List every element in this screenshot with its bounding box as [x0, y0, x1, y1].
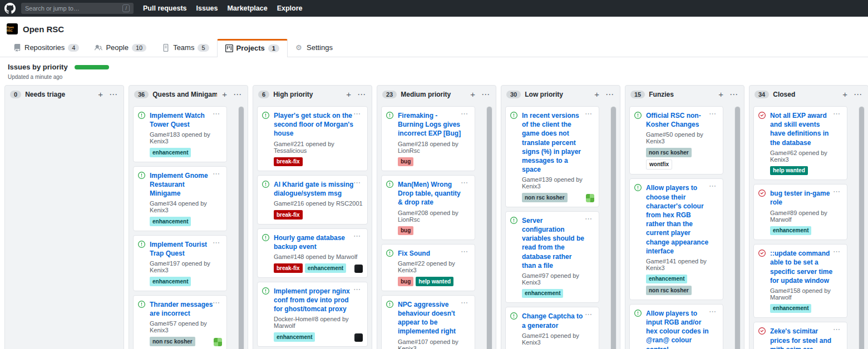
search-input[interactable]: Search or jump to… /	[21, 3, 134, 14]
tab-settings[interactable]: ⚙ Settings	[288, 39, 341, 57]
nav-link-pull-requests[interactable]: Pull requests	[143, 4, 187, 12]
issue-card[interactable]: Official RSC non-Kosher Changes⋯Game#50 …	[629, 106, 723, 174]
org-avatar[interactable]: Open RSC	[7, 23, 18, 34]
issue-title[interactable]: ::update command able to be set a specif…	[770, 249, 835, 285]
tab-projects[interactable]: Projects 1	[217, 39, 288, 57]
issue-title[interactable]: Hourly game database backup event	[274, 233, 356, 251]
column-menu-button[interactable]: ⋯	[604, 90, 615, 98]
card-menu-button[interactable]: ⋯	[830, 325, 844, 333]
card-menu-button[interactable]: ⋯	[581, 109, 595, 118]
tab-people[interactable]: People 10	[87, 39, 154, 57]
column-scrollbar[interactable]	[238, 106, 244, 349]
column-menu-button[interactable]: ⋯	[356, 90, 367, 98]
scrollbar-thumb[interactable]	[239, 107, 244, 349]
issue-card[interactable]: Fix Sound⋯Game#22 opened by Kenix3bughel…	[381, 244, 475, 291]
add-card-button[interactable]: +	[717, 90, 724, 98]
card-menu-button[interactable]: ⋯	[706, 109, 719, 118]
issue-title[interactable]: bug tester in-game role	[770, 189, 835, 207]
issue-card[interactable]: Implement Watch Tower Quest⋯Game#183 ope…	[133, 106, 227, 162]
issue-card[interactable]: Man(Men) Wrong Drop table, quantity & dr…	[381, 175, 475, 240]
issue-card[interactable]: Implement Gnome Restaurant Minigame⋯Game…	[133, 166, 227, 231]
issue-card[interactable]: Zeke's scimitar prices for steel and mit…	[753, 322, 847, 349]
issue-card[interactable]: Player's get stuck on the second floor o…	[257, 106, 368, 171]
card-menu-button[interactable]: ⋯	[209, 169, 223, 178]
column-scrollbar[interactable]	[734, 106, 741, 349]
add-card-button[interactable]: +	[841, 90, 849, 98]
add-card-button[interactable]: +	[469, 90, 476, 98]
card-menu-button[interactable]: ⋯	[350, 232, 364, 240]
tab-teams[interactable]: Teams 5	[154, 39, 216, 57]
nav-link-issues[interactable]: Issues	[196, 4, 218, 12]
column-scrollbar[interactable]	[859, 106, 865, 349]
card-menu-button[interactable]: ⋯	[209, 109, 223, 118]
github-logo-icon[interactable]	[4, 3, 16, 14]
issue-card[interactable]: Implement proper nginx conf from dev int…	[257, 282, 368, 347]
issue-title[interactable]: Implement Tourist Trap Quest	[150, 240, 215, 258]
column-menu-button[interactable]: ⋯	[480, 90, 491, 98]
issue-title[interactable]: Server configuration variables should be…	[522, 216, 587, 270]
add-card-button[interactable]: +	[221, 90, 228, 98]
card-menu-button[interactable]: ⋯	[830, 109, 844, 118]
card-menu-button[interactable]: ⋯	[830, 187, 844, 196]
issue-card[interactable]: Hourly game database backup event⋯Game#1…	[257, 228, 368, 278]
card-menu-button[interactable]: ⋯	[457, 109, 471, 118]
column-menu-button[interactable]: ⋯	[232, 90, 243, 98]
issue-card[interactable]: Not all EXP award and skill events have …	[753, 106, 847, 180]
scrollbar-thumb[interactable]	[859, 107, 864, 349]
issue-title[interactable]: Implement proper nginx conf from dev int…	[274, 287, 356, 314]
issue-title[interactable]: Player's get stuck on the second floor o…	[274, 111, 356, 138]
issue-card[interactable]: Thrander messages are incorrect⋯Game#57 …	[133, 295, 227, 349]
card-menu-button[interactable]: ⋯	[581, 215, 595, 223]
issue-title[interactable]: Man(Men) Wrong Drop table, quantity & dr…	[398, 180, 463, 207]
add-card-button[interactable]: +	[345, 90, 352, 98]
issue-title[interactable]: Implement Gnome Restaurant Minigame	[150, 171, 215, 198]
card-menu-button[interactable]: ⋯	[209, 298, 223, 307]
nav-link-marketplace[interactable]: Marketplace	[227, 4, 267, 12]
issue-title[interactable]: Official RSC non-Kosher Changes	[646, 111, 711, 129]
issue-title[interactable]: Firemaking - Burning Logs gives incorrec…	[398, 111, 463, 138]
issue-title[interactable]: In recent versions of the client the gam…	[522, 111, 587, 174]
issue-title[interactable]: Implement Watch Tower Quest	[150, 111, 215, 129]
issue-card[interactable]: NPC aggressive behaviour doesn't appear …	[381, 295, 475, 349]
column-menu-button[interactable]: ⋯	[852, 90, 863, 98]
column-menu-button[interactable]: ⋯	[728, 90, 739, 98]
issue-card[interactable]: Firemaking - Burning Logs gives incorrec…	[381, 106, 475, 171]
card-menu-button[interactable]: ⋯	[581, 310, 595, 318]
issue-title[interactable]: Change Captcha to a generator	[522, 312, 587, 330]
issue-card[interactable]: In recent versions of the client the gam…	[505, 106, 599, 207]
card-menu-button[interactable]: ⋯	[706, 307, 719, 316]
card-menu-button[interactable]: ⋯	[350, 178, 364, 187]
issue-card[interactable]: Change Captcha to a generator⋯Game#21 op…	[505, 307, 599, 349]
card-menu-button[interactable]: ⋯	[209, 238, 223, 247]
card-menu-button[interactable]: ⋯	[457, 178, 471, 187]
card-menu-button[interactable]: ⋯	[706, 182, 719, 190]
card-menu-button[interactable]: ⋯	[457, 298, 471, 307]
issue-card[interactable]: Server configuration variables should be…	[505, 211, 599, 303]
card-menu-button[interactable]: ⋯	[350, 109, 364, 118]
issue-card[interactable]: ::update command able to be set a specif…	[753, 244, 847, 318]
issue-title[interactable]: Fix Sound	[398, 249, 463, 258]
column-scrollbar[interactable]	[486, 106, 492, 349]
issue-title[interactable]: Thrander messages are incorrect	[150, 300, 215, 318]
add-card-button[interactable]: +	[593, 90, 600, 98]
nav-link-explore[interactable]: Explore	[277, 4, 303, 12]
issue-title[interactable]: Not all EXP award and skill events have …	[770, 111, 835, 147]
issue-title[interactable]: Al Kharid gate is missing dialogue/syste…	[274, 180, 356, 198]
card-menu-button[interactable]: ⋯	[830, 247, 844, 256]
issue-card[interactable]: bug tester in-game role⋯Game#89 opened b…	[753, 184, 847, 240]
card-menu-button[interactable]: ⋯	[457, 247, 471, 256]
project-title[interactable]: Issues by priority	[8, 63, 68, 71]
issue-card[interactable]: Allow players to input RGB and/or hex co…	[629, 304, 723, 349]
card-menu-button[interactable]: ⋯	[350, 285, 364, 293]
issue-title[interactable]: NPC aggressive behaviour doesn't appear …	[398, 300, 463, 336]
issue-title[interactable]: Allow players to choose their character'…	[646, 183, 711, 256]
issue-card[interactable]: Allow players to choose their character'…	[629, 178, 723, 300]
tab-repositories[interactable]: Repositories 4	[6, 39, 87, 57]
column-scrollbar[interactable]	[610, 106, 617, 349]
issue-title[interactable]: Allow players to input RGB and/or hex co…	[646, 309, 711, 349]
scrollbar-thumb[interactable]	[487, 107, 492, 349]
issue-card[interactable]: Al Kharid gate is missing dialogue/syste…	[257, 175, 368, 225]
scrollbar-thumb[interactable]	[735, 107, 740, 349]
column-menu-button[interactable]: ⋯	[108, 90, 119, 98]
issue-card[interactable]: Implement Tourist Trap Quest⋯Game#197 op…	[133, 235, 227, 291]
